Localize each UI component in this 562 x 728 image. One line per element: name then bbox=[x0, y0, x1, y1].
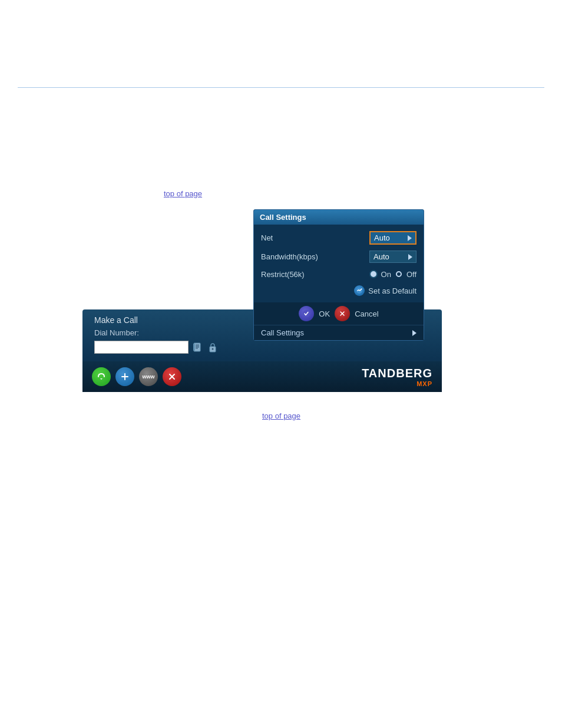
restrict-off-label[interactable]: Off bbox=[406, 270, 416, 279]
bottom-toolbar: www TANDBERG MXP bbox=[82, 361, 442, 392]
bottom-link-text[interactable]: top of page bbox=[262, 411, 300, 420]
set-default-icon[interactable] bbox=[354, 285, 365, 296]
net-label: Net bbox=[261, 233, 369, 242]
net-dropdown[interactable]: Auto bbox=[369, 231, 416, 245]
bandwidth-dropdown[interactable]: Auto bbox=[369, 251, 416, 263]
net-value: Auto bbox=[369, 231, 416, 245]
bandwidth-label: Bandwidth(kbps) bbox=[261, 252, 369, 261]
ok-label: OK bbox=[319, 309, 330, 318]
bandwidth-value: Auto bbox=[369, 251, 416, 263]
tandberg-brand-text: TANDBERG bbox=[362, 367, 432, 380]
bandwidth-dropdown-value: Auto bbox=[373, 252, 389, 261]
top-horizontal-rule bbox=[18, 87, 544, 88]
popup-bottom-row[interactable]: Call Settings bbox=[254, 325, 424, 340]
set-default-row: Set as Default bbox=[254, 282, 424, 299]
net-row: Net Auto bbox=[254, 228, 424, 248]
ok-cancel-row: OK Cancel bbox=[254, 302, 424, 325]
bandwidth-dropdown-arrow-icon bbox=[408, 254, 412, 260]
www-button[interactable]: www bbox=[139, 367, 158, 386]
call-settings-popup: Call Settings Net Auto Bandwidth(kbps) A… bbox=[253, 209, 424, 341]
set-default-label: Set as Default bbox=[368, 286, 416, 295]
restrict-label: Restrict(56k) bbox=[261, 270, 371, 279]
address-book-icon[interactable] bbox=[192, 342, 204, 353]
restrict-radio-group: On Off bbox=[371, 270, 416, 279]
net-dropdown-arrow-icon bbox=[408, 235, 412, 241]
cancel-button[interactable] bbox=[335, 306, 350, 321]
popup-body: Net Auto Bandwidth(kbps) Auto bbox=[254, 225, 424, 302]
top-link-text[interactable]: top of page bbox=[164, 189, 202, 198]
restrict-row: Restrict(56k) On Off bbox=[254, 266, 424, 282]
svg-point-13 bbox=[303, 310, 310, 317]
add-button[interactable] bbox=[115, 367, 134, 386]
restrict-on-label[interactable]: On bbox=[381, 270, 391, 279]
net-dropdown-value: Auto bbox=[374, 233, 390, 242]
bandwidth-row: Bandwidth(kbps) Auto bbox=[254, 248, 424, 266]
close-button[interactable] bbox=[163, 367, 181, 386]
ok-button[interactable] bbox=[299, 306, 314, 321]
dial-input-row bbox=[82, 341, 442, 354]
popup-title-bar: Call Settings bbox=[254, 210, 424, 225]
popup-bottom-call-settings-label: Call Settings bbox=[261, 328, 304, 337]
svg-rect-1 bbox=[193, 344, 195, 351]
bottom-page-link[interactable]: top of page bbox=[262, 411, 300, 420]
call-button[interactable] bbox=[92, 367, 111, 386]
dial-number-input[interactable] bbox=[94, 341, 189, 354]
top-page-link[interactable]: top of page bbox=[164, 189, 202, 198]
tandberg-logo: TANDBERG MXP bbox=[362, 367, 432, 387]
restrict-radio-on-dot bbox=[371, 271, 376, 277]
restrict-radio-off-dot bbox=[396, 271, 402, 277]
lock-icon[interactable] bbox=[207, 342, 218, 353]
cancel-label: Cancel bbox=[355, 309, 378, 318]
popup-bottom-arrow-icon bbox=[412, 330, 416, 336]
tandberg-mxp-text: MXP bbox=[362, 380, 432, 387]
svg-point-7 bbox=[212, 348, 214, 350]
toolbar-icons: www bbox=[92, 367, 181, 386]
ui-area: Make a Call Dial Number: bbox=[82, 209, 442, 392]
